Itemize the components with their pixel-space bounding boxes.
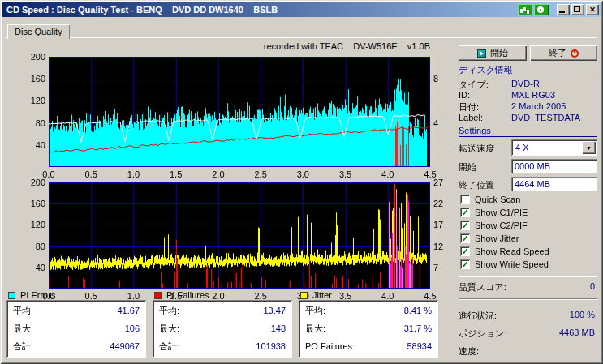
close-button[interactable]: ✕ <box>586 4 599 15</box>
tab-disc-quality[interactable]: Disc Quality <box>7 24 70 39</box>
checkmark-icon: ✓ <box>461 221 468 229</box>
checkmark-icon: ✓ <box>461 234 468 242</box>
disc-type-label: タイプ: <box>459 79 489 91</box>
stat-label: 平均: <box>159 303 179 319</box>
stat-row: 平均:8.41 % <box>305 303 432 319</box>
checkbox-label: Quick Scan <box>475 195 520 204</box>
stat-row: 最大:106 <box>13 321 140 336</box>
stat-value: 148 <box>271 321 286 336</box>
jitter-legend-label: Jitter <box>312 290 332 300</box>
start-button-label: 開始 <box>490 47 508 59</box>
checkbox-label: Show C1/PIE <box>475 208 528 217</box>
pi-errors-stats-box: 平均:41.67 最大:106 合計:449067 <box>6 300 146 358</box>
end-position-input[interactable]: 4464 MB <box>511 177 597 191</box>
quick-scan-checkbox[interactable]: Quick Scan <box>460 194 520 204</box>
stat-value: 58934 <box>407 339 432 354</box>
recorded-with-text: recorded with TEAC DV-W516E v1.0B <box>162 41 430 51</box>
stat-value: 106 <box>125 321 140 336</box>
checkbox-label: Show Write Speed <box>475 259 549 269</box>
stat-value: 41.67 <box>117 303 140 319</box>
checkbox-box[interactable]: ✓ <box>460 233 470 243</box>
checkmark-icon: ✓ <box>461 260 468 268</box>
speed-select-value: 4 X <box>511 139 580 156</box>
exit-button[interactable]: 終了 <box>530 45 597 61</box>
settings-section-label: Settings <box>459 126 491 135</box>
speed-label: 転送速度 <box>459 143 494 155</box>
jitter-legend: Jitter <box>300 290 332 300</box>
start-icon <box>477 49 486 58</box>
speed-select[interactable]: 4 X ▼ <box>511 139 597 156</box>
pi-failures-stats-box: 平均:13.47 最大:148 合計:101938 <box>153 300 292 358</box>
stat-row: 最大:31.7 % <box>305 321 432 336</box>
pi-errors-color-swatch <box>8 292 15 299</box>
jitter-color-swatch <box>300 292 308 299</box>
power-icon <box>571 49 579 58</box>
checkmark-icon: ✓ <box>461 208 468 216</box>
position-value: 4463 MB <box>487 328 595 337</box>
divider <box>459 298 597 299</box>
disc-date-value: 2 March 2005 <box>511 101 566 111</box>
exit-button-label: 終了 <box>549 47 566 59</box>
show-read-speed-checkbox[interactable]: ✓ Show Read Speed <box>460 246 549 256</box>
show-write-speed-checkbox[interactable]: ✓ Show Write Speed <box>460 259 549 269</box>
checkbox-box[interactable] <box>460 195 470 204</box>
show-c1-pie-checkbox[interactable]: ✓ Show C1/PIE <box>460 207 528 217</box>
stat-row: 最大:148 <box>159 321 286 336</box>
checkbox-label: Show Read Speed <box>475 246 549 256</box>
pi-failures-legend-label: PI Failures <box>166 290 209 300</box>
end-position-label: 終了位置 <box>459 179 494 191</box>
chevron-down-icon: ▼ <box>586 145 592 151</box>
pi-errors-legend-label: PI Errors <box>20 290 55 300</box>
stat-value: 8.41 % <box>404 303 432 319</box>
stat-label: 平均: <box>13 303 33 319</box>
divider <box>459 276 597 276</box>
start-position-input[interactable]: 0000 MB <box>511 159 597 173</box>
stat-label: 平均: <box>305 303 325 319</box>
pi-failures-legend: PI Failures <box>154 290 209 300</box>
show-c2-pif-checkbox[interactable]: ✓ Show C2/PIF <box>460 220 528 230</box>
jitter-stats-box: 平均:8.41 % 最大:31.7 % PO Failures:58934 <box>299 300 438 358</box>
stat-value: 13.47 <box>263 303 286 319</box>
section-divider <box>459 136 597 137</box>
speed-status-label: 速度: <box>459 345 479 358</box>
stat-row: 平均:13.47 <box>159 303 286 319</box>
stat-label: 合計: <box>159 339 179 354</box>
stat-row: 平均:41.67 <box>13 303 140 319</box>
pi-errors-legend: PI Errors <box>8 290 55 300</box>
checkmark-icon: ✓ <box>461 247 468 255</box>
checkbox-box[interactable]: ✓ <box>460 246 470 256</box>
maximize-button[interactable] <box>571 4 584 15</box>
checkbox-label: Show Jitter <box>475 233 519 243</box>
disc-date-label: 日付: <box>459 101 479 113</box>
disc-glyph-icon <box>537 6 544 13</box>
pi-failures-jitter-chart <box>49 182 430 289</box>
dropdown-button[interactable]: ▼ <box>582 141 596 154</box>
disc-icon[interactable] <box>534 4 549 15</box>
stat-row: 合計:449067 <box>13 339 140 354</box>
titlebar-buttons: ✕ <box>518 4 601 15</box>
disc-label-value: DVD_TESTDATA <box>511 113 580 122</box>
stat-label: 合計: <box>13 339 33 354</box>
chart-icon[interactable] <box>518 4 532 15</box>
titlebar[interactable]: CD Speed : Disc Quality Test - BENQ DVD … <box>2 2 601 17</box>
show-jitter-checkbox[interactable]: ✓ Show Jitter <box>460 233 519 243</box>
disc-id-label: ID: <box>459 90 470 100</box>
disc-id-value: MXL RG03 <box>511 90 555 100</box>
stat-label: PO Failures: <box>305 339 355 354</box>
pi-failures-jitter-chart-canvas <box>49 182 430 289</box>
checkbox-box[interactable]: ✓ <box>460 259 470 269</box>
checkbox-box[interactable]: ✓ <box>460 221 470 230</box>
quality-score-value: 0 <box>487 281 595 291</box>
app-window: CD Speed : Disc Quality Test - BENQ DVD … <box>0 0 603 364</box>
pi-failures-color-swatch <box>154 292 162 299</box>
stat-value: 31.7 % <box>404 321 432 336</box>
checkbox-label: Show C2/PIF <box>475 221 528 230</box>
window-title: CD Speed : Disc Quality Test - BENQ DVD … <box>6 5 278 15</box>
minimize-button[interactable] <box>557 4 570 15</box>
pi-errors-chart <box>49 57 430 167</box>
start-button[interactable]: 開始 <box>459 45 527 61</box>
checkbox-box[interactable]: ✓ <box>460 208 470 217</box>
stat-label: 最大: <box>13 321 33 336</box>
bar-chart-glyph-icon <box>520 9 523 13</box>
disc-type-value: DVD-R <box>511 79 540 88</box>
